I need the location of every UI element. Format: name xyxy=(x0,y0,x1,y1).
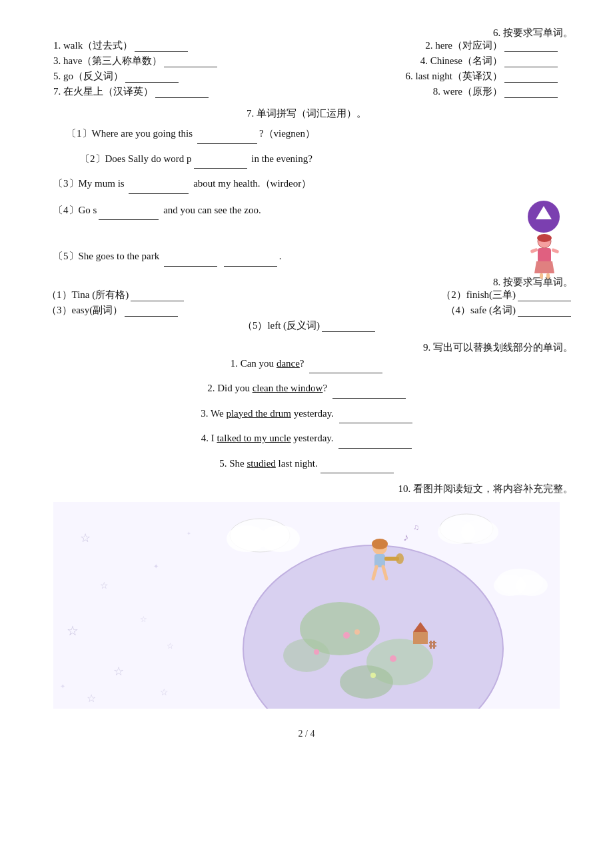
svg-point-30 xyxy=(370,673,376,678)
svg-point-53 xyxy=(396,553,404,564)
page-content: 6. 按要求写单词。 1. walk（过去式） 2. here（对应词） 3. … xyxy=(40,27,573,739)
girl-icon xyxy=(526,233,563,283)
section9-s2: 2. Did you clean the window? xyxy=(40,379,573,399)
section6-row2: 3. have（第三人称单数） 4. Chinese（名词） xyxy=(40,55,573,67)
fill-blank[interactable] xyxy=(504,71,558,83)
section8-rows: （1）Tina (所有格) （2）finish(三单) （3）easy(副词） … xyxy=(40,289,573,332)
svg-text:☆: ☆ xyxy=(113,665,124,678)
fill-blank[interactable] xyxy=(518,305,571,317)
fill-blank[interactable] xyxy=(504,86,558,98)
fill-blank[interactable] xyxy=(99,201,159,221)
fill-blank[interactable] xyxy=(131,289,184,301)
fill-blank[interactable] xyxy=(164,55,217,67)
section9-s5: 5. She studied last night. xyxy=(40,454,573,474)
section9-s4: 4. I talked to my uncle yesterday. xyxy=(40,429,573,449)
page-number: 2 / 4 xyxy=(40,729,573,739)
svg-text:♫: ♫ xyxy=(413,523,419,532)
section7-sentence3: 〔3〕My mum is about my health.（wirdeor） xyxy=(40,174,573,194)
svg-point-29 xyxy=(390,655,396,662)
section6-item8: 8. were（原形） xyxy=(433,85,560,98)
fill-blank[interactable] xyxy=(309,354,382,374)
svg-point-28 xyxy=(354,629,360,635)
section7-sentence4-container: 〔4〕Go s and you can see the zoo. xyxy=(40,201,573,221)
svg-point-43 xyxy=(461,520,498,544)
svg-point-46 xyxy=(516,575,548,596)
section7-block: 7. 单词拼写（词汇运用）。 〔1〕Where are you going th… xyxy=(40,107,573,267)
svg-rect-9 xyxy=(551,248,559,253)
fill-blank[interactable] xyxy=(518,289,571,301)
section9-block: 9. 写出可以替换划线部分的单词。 1. Can you dance? 2. D… xyxy=(40,341,573,474)
svg-rect-32 xyxy=(413,632,428,644)
svg-point-27 xyxy=(343,632,350,639)
fill-blank[interactable] xyxy=(125,305,178,317)
svg-rect-36 xyxy=(429,642,436,643)
section6-item2: 2. here（对应词） xyxy=(425,39,560,52)
svg-text:☆: ☆ xyxy=(100,581,109,591)
svg-text:☆: ☆ xyxy=(67,623,79,638)
fill-blank[interactable] xyxy=(129,174,189,194)
section9-s1: 1. Can you dance? xyxy=(40,354,573,374)
fill-blank[interactable] xyxy=(135,40,188,52)
section10-block: 10. 看图并阅读短文，将内容补充完整。 ☆ ☆ ☆ ☆ ☆ ✦ ☆ ☆ ✦ ✦… xyxy=(40,483,573,709)
illustration: ☆ ☆ ☆ ☆ ☆ ✦ ☆ ☆ ✦ ✦ ☆ xyxy=(40,502,573,709)
section8-item4: （4）safe (名词) xyxy=(446,304,573,317)
svg-text:✦: ✦ xyxy=(187,531,191,537)
section9-s3: 3. We played the drum yesterday. xyxy=(40,404,573,424)
svg-point-3 xyxy=(537,234,552,242)
svg-point-31 xyxy=(314,649,319,655)
section6-row1: 1. walk（过去式） 2. here（对应词） xyxy=(40,39,573,52)
fill-blank[interactable] xyxy=(155,86,209,98)
arrow-sign-icon xyxy=(528,201,560,235)
section8-item3: （3）easy(副词） xyxy=(47,304,180,317)
svg-rect-34 xyxy=(430,641,432,649)
section6-item3: 3. have（第三人称单数） xyxy=(53,55,219,67)
svg-text:☆: ☆ xyxy=(167,641,174,651)
svg-rect-8 xyxy=(530,248,538,253)
section6-block: 6. 按要求写单词。 1. walk（过去式） 2. here（对应词） 3. … xyxy=(40,27,573,98)
fill-blank[interactable] xyxy=(125,71,179,83)
fill-blank2[interactable] xyxy=(224,247,277,267)
fill-blank[interactable] xyxy=(322,320,375,332)
fill-blank[interactable] xyxy=(504,55,558,67)
section6-item6: 6. last night（英译汉） xyxy=(406,70,560,83)
section9-header: 9. 写出可以替换划线部分的单词。 xyxy=(40,341,573,354)
section7-sentence4: 〔4〕Go s and you can see the zoo. xyxy=(40,201,573,221)
section6-item7: 7. 在火星上（汉译英） xyxy=(53,85,211,98)
svg-point-25 xyxy=(340,665,393,699)
section8-block: 8. 按要求写单词。 （1）Tina (所有格) （2）finish(三单) （… xyxy=(40,276,573,332)
svg-rect-37 xyxy=(429,645,436,647)
svg-text:✦: ✦ xyxy=(153,563,159,570)
section6-row4: 7. 在火星上（汉译英） 8. were（原形） xyxy=(40,85,573,98)
section10-header: 10. 看图并阅读短文，将内容补充完整。 xyxy=(40,483,573,495)
fill-blank[interactable] xyxy=(194,149,247,169)
section7-sentence5-container: 〔5〕She goes to the park . xyxy=(40,247,573,267)
section8-row1: （1）Tina (所有格) （2）finish(三单) xyxy=(47,289,573,301)
section8-item1: （1）Tina (所有格) xyxy=(47,289,186,301)
section8-row3: （5）left (反义词) xyxy=(47,319,573,332)
section7-header: 7. 单词拼写（词汇运用）。 xyxy=(40,107,573,120)
fill-blank[interactable] xyxy=(197,124,257,144)
section6-item4: 4. Chinese（名词） xyxy=(420,55,560,67)
svg-text:☆: ☆ xyxy=(160,687,169,697)
fill-blank[interactable] xyxy=(339,404,412,424)
fill-blank[interactable] xyxy=(164,247,217,267)
svg-text:✦: ✦ xyxy=(60,683,65,690)
fill-blank[interactable] xyxy=(504,40,558,52)
svg-marker-5 xyxy=(534,261,554,273)
svg-text:☆: ☆ xyxy=(87,693,96,704)
svg-rect-35 xyxy=(433,641,435,649)
svg-text:☆: ☆ xyxy=(80,531,91,545)
svg-rect-4 xyxy=(538,248,551,263)
svg-text:♪: ♪ xyxy=(403,531,408,543)
svg-rect-7 xyxy=(546,273,550,279)
fill-blank[interactable] xyxy=(332,379,406,399)
svg-rect-6 xyxy=(540,273,543,279)
section8-row2: （3）easy(副词） （4）safe (名词) xyxy=(47,304,573,317)
fill-blank[interactable] xyxy=(320,454,394,474)
svg-point-49 xyxy=(372,539,388,549)
section7-sentence5: 〔5〕She goes to the park . xyxy=(40,247,573,267)
fill-blank[interactable] xyxy=(338,429,412,449)
section6-header: 6. 按要求写单词。 xyxy=(40,27,573,39)
section9-sentences: 1. Can you dance? 2. Did you clean the w… xyxy=(40,354,573,474)
svg-text:☆: ☆ xyxy=(140,615,147,624)
